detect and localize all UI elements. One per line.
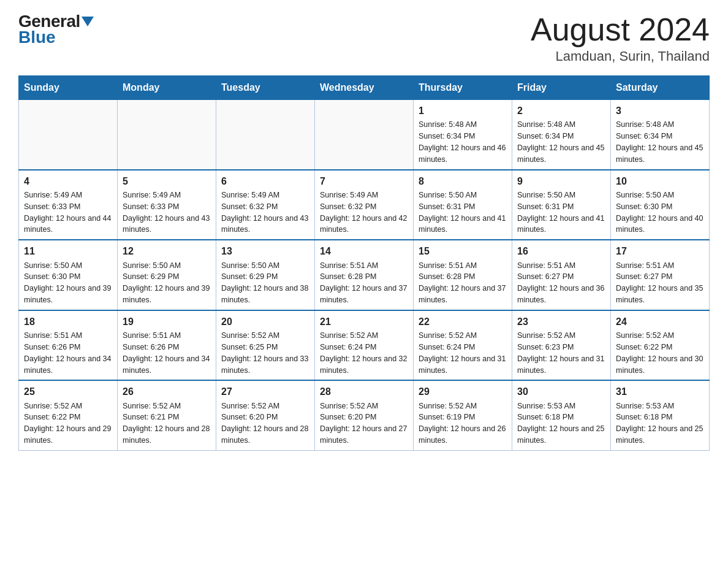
day-info: Sunrise: 5:50 AM Sunset: 6:29 PM Dayligh… xyxy=(123,261,210,305)
day-number: 16 xyxy=(517,244,605,258)
calendar-cell: 12Sunrise: 5:50 AM Sunset: 6:29 PM Dayli… xyxy=(118,240,216,310)
day-info: Sunrise: 5:52 AM Sunset: 6:24 PM Dayligh… xyxy=(419,331,506,375)
day-number: 10 xyxy=(616,174,704,188)
calendar-cell: 14Sunrise: 5:51 AM Sunset: 6:28 PM Dayli… xyxy=(315,240,414,310)
day-info: Sunrise: 5:49 AM Sunset: 6:33 PM Dayligh… xyxy=(123,191,210,234)
day-number: 17 xyxy=(616,244,704,258)
calendar-cell: 23Sunrise: 5:52 AM Sunset: 6:23 PM Dayli… xyxy=(512,310,611,381)
day-info: Sunrise: 5:53 AM Sunset: 6:18 PM Dayligh… xyxy=(517,402,604,445)
day-number: 25 xyxy=(24,385,112,399)
calendar-week-row: 1Sunrise: 5:48 AM Sunset: 6:34 PM Daylig… xyxy=(19,100,710,170)
col-header-wednesday: Wednesday xyxy=(315,76,414,100)
day-number: 29 xyxy=(419,385,507,399)
day-number: 22 xyxy=(419,315,507,329)
calendar-cell: 19Sunrise: 5:51 AM Sunset: 6:26 PM Dayli… xyxy=(118,310,216,381)
page-header: General Blue August 2024 Lamduan, Surin,… xyxy=(18,12,710,64)
day-info: Sunrise: 5:48 AM Sunset: 6:34 PM Dayligh… xyxy=(517,120,604,164)
calendar-cell: 13Sunrise: 5:50 AM Sunset: 6:29 PM Dayli… xyxy=(216,240,315,310)
day-info: Sunrise: 5:51 AM Sunset: 6:26 PM Dayligh… xyxy=(24,331,111,375)
col-header-saturday: Saturday xyxy=(611,76,710,100)
col-header-tuesday: Tuesday xyxy=(216,76,315,100)
location-subtitle: Lamduan, Surin, Thailand xyxy=(531,48,710,64)
day-info: Sunrise: 5:53 AM Sunset: 6:18 PM Dayligh… xyxy=(616,402,703,445)
day-info: Sunrise: 5:52 AM Sunset: 6:21 PM Dayligh… xyxy=(123,402,210,445)
day-info: Sunrise: 5:50 AM Sunset: 6:30 PM Dayligh… xyxy=(24,261,111,305)
logo-blue: Blue xyxy=(18,29,56,46)
day-info: Sunrise: 5:50 AM Sunset: 6:31 PM Dayligh… xyxy=(419,191,506,234)
calendar-cell: 28Sunrise: 5:52 AM Sunset: 6:20 PM Dayli… xyxy=(315,380,414,450)
day-info: Sunrise: 5:51 AM Sunset: 6:27 PM Dayligh… xyxy=(517,261,604,305)
day-number: 6 xyxy=(221,174,309,188)
calendar-cell: 17Sunrise: 5:51 AM Sunset: 6:27 PM Dayli… xyxy=(611,240,710,310)
day-info: Sunrise: 5:52 AM Sunset: 6:24 PM Dayligh… xyxy=(320,331,407,375)
calendar-cell xyxy=(315,100,414,170)
day-info: Sunrise: 5:49 AM Sunset: 6:32 PM Dayligh… xyxy=(221,191,308,234)
day-info: Sunrise: 5:52 AM Sunset: 6:20 PM Dayligh… xyxy=(221,402,308,445)
calendar-week-row: 4Sunrise: 5:49 AM Sunset: 6:33 PM Daylig… xyxy=(19,170,710,240)
day-info: Sunrise: 5:50 AM Sunset: 6:29 PM Dayligh… xyxy=(221,261,308,305)
calendar-cell: 3Sunrise: 5:48 AM Sunset: 6:34 PM Daylig… xyxy=(611,100,710,170)
day-number: 28 xyxy=(320,385,408,399)
calendar-cell xyxy=(19,100,118,170)
day-info: Sunrise: 5:48 AM Sunset: 6:34 PM Dayligh… xyxy=(616,120,703,164)
calendar-cell: 24Sunrise: 5:52 AM Sunset: 6:22 PM Dayli… xyxy=(611,310,710,381)
day-number: 11 xyxy=(24,244,112,258)
day-info: Sunrise: 5:52 AM Sunset: 6:22 PM Dayligh… xyxy=(24,402,111,445)
calendar-cell: 25Sunrise: 5:52 AM Sunset: 6:22 PM Dayli… xyxy=(19,380,118,450)
col-header-sunday: Sunday xyxy=(19,76,118,100)
day-info: Sunrise: 5:51 AM Sunset: 6:28 PM Dayligh… xyxy=(320,261,407,305)
day-number: 9 xyxy=(517,174,605,188)
calendar-cell: 20Sunrise: 5:52 AM Sunset: 6:25 PM Dayli… xyxy=(216,310,315,381)
day-number: 7 xyxy=(320,174,408,188)
day-info: Sunrise: 5:52 AM Sunset: 6:19 PM Dayligh… xyxy=(419,402,506,445)
day-info: Sunrise: 5:51 AM Sunset: 6:27 PM Dayligh… xyxy=(616,261,703,305)
calendar-cell: 22Sunrise: 5:52 AM Sunset: 6:24 PM Dayli… xyxy=(414,310,512,381)
calendar-cell: 5Sunrise: 5:49 AM Sunset: 6:33 PM Daylig… xyxy=(118,170,216,240)
calendar-table: SundayMondayTuesdayWednesdayThursdayFrid… xyxy=(18,75,710,451)
day-number: 8 xyxy=(419,174,507,188)
day-info: Sunrise: 5:52 AM Sunset: 6:23 PM Dayligh… xyxy=(517,331,604,375)
day-number: 21 xyxy=(320,315,408,329)
day-info: Sunrise: 5:49 AM Sunset: 6:33 PM Dayligh… xyxy=(24,191,111,234)
day-number: 23 xyxy=(517,315,605,329)
col-header-monday: Monday xyxy=(118,76,216,100)
calendar-header-row: SundayMondayTuesdayWednesdayThursdayFrid… xyxy=(19,76,710,100)
calendar-week-row: 18Sunrise: 5:51 AM Sunset: 6:26 PM Dayli… xyxy=(19,310,710,381)
calendar-cell: 6Sunrise: 5:49 AM Sunset: 6:32 PM Daylig… xyxy=(216,170,315,240)
calendar-cell: 1Sunrise: 5:48 AM Sunset: 6:34 PM Daylig… xyxy=(414,100,512,170)
day-info: Sunrise: 5:48 AM Sunset: 6:34 PM Dayligh… xyxy=(419,120,506,164)
calendar-cell: 16Sunrise: 5:51 AM Sunset: 6:27 PM Dayli… xyxy=(512,240,611,310)
calendar-cell: 31Sunrise: 5:53 AM Sunset: 6:18 PM Dayli… xyxy=(611,380,710,450)
day-number: 15 xyxy=(419,244,507,258)
calendar-cell: 21Sunrise: 5:52 AM Sunset: 6:24 PM Dayli… xyxy=(315,310,414,381)
logo: General Blue xyxy=(18,12,94,46)
calendar-cell: 15Sunrise: 5:51 AM Sunset: 6:28 PM Dayli… xyxy=(414,240,512,310)
month-year-title: August 2024 xyxy=(531,12,710,47)
calendar-cell: 30Sunrise: 5:53 AM Sunset: 6:18 PM Dayli… xyxy=(512,380,611,450)
logo-triangle-icon xyxy=(82,17,94,26)
calendar-cell xyxy=(216,100,315,170)
day-info: Sunrise: 5:49 AM Sunset: 6:32 PM Dayligh… xyxy=(320,191,407,234)
day-number: 3 xyxy=(616,104,704,118)
day-number: 12 xyxy=(123,244,211,258)
day-number: 4 xyxy=(24,174,112,188)
day-number: 20 xyxy=(221,315,309,329)
calendar-cell: 18Sunrise: 5:51 AM Sunset: 6:26 PM Dayli… xyxy=(19,310,118,381)
calendar-cell: 8Sunrise: 5:50 AM Sunset: 6:31 PM Daylig… xyxy=(414,170,512,240)
calendar-cell xyxy=(118,100,216,170)
day-info: Sunrise: 5:50 AM Sunset: 6:30 PM Dayligh… xyxy=(616,191,703,234)
day-number: 18 xyxy=(24,315,112,329)
title-block: August 2024 Lamduan, Surin, Thailand xyxy=(531,12,710,64)
calendar-cell: 26Sunrise: 5:52 AM Sunset: 6:21 PM Dayli… xyxy=(118,380,216,450)
day-number: 30 xyxy=(517,385,605,399)
day-info: Sunrise: 5:52 AM Sunset: 6:22 PM Dayligh… xyxy=(616,331,703,375)
day-number: 14 xyxy=(320,244,408,258)
day-number: 26 xyxy=(123,385,211,399)
calendar-week-row: 25Sunrise: 5:52 AM Sunset: 6:22 PM Dayli… xyxy=(19,380,710,450)
day-number: 2 xyxy=(517,104,605,118)
day-number: 1 xyxy=(419,104,507,118)
day-number: 27 xyxy=(221,385,309,399)
day-info: Sunrise: 5:50 AM Sunset: 6:31 PM Dayligh… xyxy=(517,191,604,234)
calendar-week-row: 11Sunrise: 5:50 AM Sunset: 6:30 PM Dayli… xyxy=(19,240,710,310)
day-number: 5 xyxy=(123,174,211,188)
